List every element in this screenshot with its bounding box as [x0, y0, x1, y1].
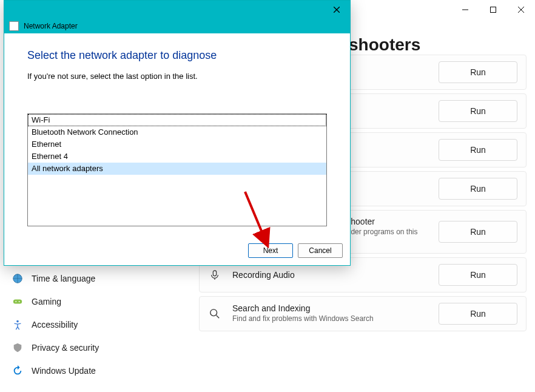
adapter-option[interactable]: All network adapters [28, 163, 326, 175]
sidebar-item-accessibility[interactable]: Accessibility [6, 313, 182, 336]
troubleshooter-title: Search and Indexing [232, 303, 439, 313]
dialog-header: Network Adapter [4, 19, 350, 33]
settings-sidebar: Time & language Gaming Accessibility Pri… [6, 267, 182, 382]
run-button[interactable]: Run [439, 264, 517, 286]
close-button[interactable] [507, 0, 535, 19]
search-icon [208, 307, 221, 320]
run-button[interactable]: Run [439, 61, 517, 83]
adapter-listbox[interactable]: Wi-Fi Bluetooth Network Connection Ether… [27, 113, 327, 226]
sidebar-item-label: Gaming [32, 297, 61, 306]
sidebar-item-windows-update[interactable]: Windows Update [6, 359, 182, 382]
minimize-button[interactable] [451, 0, 479, 19]
run-button[interactable]: Run [439, 303, 517, 325]
svg-point-18 [19, 301, 20, 302]
run-button[interactable]: Run [439, 139, 517, 161]
run-button[interactable]: Run [439, 178, 517, 200]
svg-point-19 [16, 320, 19, 323]
dialog-heading: Select the network adapter to diagnose [27, 49, 327, 62]
sidebar-item-gaming[interactable]: Gaming [6, 290, 182, 313]
sidebar-item-label: Time & language [32, 274, 95, 283]
sidebar-item-privacy-security[interactable]: Privacy & security [6, 336, 182, 359]
gamepad-icon [12, 296, 23, 307]
update-icon [12, 365, 23, 376]
sidebar-item-label: Accessibility [32, 320, 78, 329]
troubleshooter-title: Recording Audio [232, 270, 439, 280]
adapter-option[interactable]: Ethernet [28, 138, 326, 150]
window-controls [451, 0, 535, 19]
adapter-option[interactable]: Ethernet 4 [28, 150, 326, 163]
svg-point-17 [15, 301, 16, 302]
troubleshooter-desc: Find and fix problems with Windows Searc… [232, 314, 439, 324]
dialog-titlebar[interactable] [4, 1, 350, 19]
sidebar-item-time-language[interactable]: Time & language [6, 267, 182, 290]
adapter-option[interactable]: Bluetooth Network Connection [28, 126, 326, 138]
network-adapter-dialog: Network Adapter Select the network adapt… [4, 0, 351, 266]
dialog-title: Network Adapter [24, 22, 78, 30]
dialog-close-button[interactable] [323, 1, 350, 19]
shield-icon [12, 342, 23, 353]
clock-globe-icon [12, 273, 23, 284]
sidebar-item-label: Windows Update [32, 366, 96, 376]
accessibility-icon [12, 319, 23, 330]
run-button[interactable]: Run [439, 221, 517, 243]
troubleshooter-card-search-indexing[interactable]: Search and Indexing Find and fix problem… [199, 296, 527, 331]
svg-point-12 [210, 309, 217, 316]
next-button[interactable]: Next [248, 243, 293, 258]
app-icon [9, 21, 19, 31]
mic-icon [208, 268, 221, 282]
adapter-option[interactable]: Wi-Fi [28, 114, 326, 126]
svg-rect-10 [213, 271, 216, 276]
cancel-button[interactable]: Cancel [298, 243, 343, 258]
dialog-instruction: If you're not sure, select the last opti… [27, 72, 327, 81]
run-button[interactable]: Run [439, 100, 517, 122]
svg-rect-1 [491, 7, 496, 13]
maximize-button[interactable] [479, 0, 507, 19]
sidebar-item-label: Privacy & security [32, 343, 99, 353]
svg-line-13 [217, 316, 220, 319]
svg-rect-16 [13, 299, 22, 303]
